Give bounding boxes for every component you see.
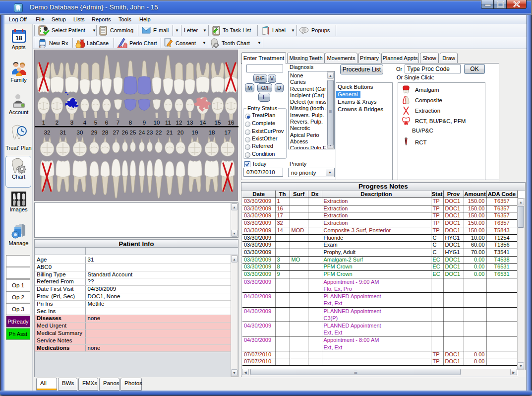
svg-text:3: 3 bbox=[70, 120, 73, 126]
svg-text:27: 27 bbox=[113, 130, 119, 135]
svg-text:8: 8 bbox=[129, 120, 132, 126]
svg-text:R: R bbox=[39, 45, 42, 48]
svg-text:23: 23 bbox=[147, 130, 153, 135]
svg-text:21: 21 bbox=[167, 130, 173, 135]
svg-text:18: 18 bbox=[15, 35, 22, 42]
svg-text:16: 16 bbox=[228, 120, 235, 126]
svg-text:25: 25 bbox=[130, 130, 136, 135]
svg-text:9: 9 bbox=[143, 120, 146, 126]
svg-text:30: 30 bbox=[77, 130, 83, 135]
svg-text:11: 11 bbox=[165, 120, 171, 126]
svg-text:7: 7 bbox=[117, 120, 119, 126]
svg-text:22: 22 bbox=[156, 130, 162, 135]
svg-text:6: 6 bbox=[105, 120, 108, 126]
svg-text:13: 13 bbox=[187, 120, 193, 126]
svg-text:18: 18 bbox=[209, 130, 215, 135]
svg-text:10: 10 bbox=[154, 120, 160, 126]
svg-text:15: 15 bbox=[215, 120, 221, 126]
svg-text:19: 19 bbox=[192, 130, 198, 135]
svg-text:20: 20 bbox=[177, 130, 184, 135]
svg-text:24: 24 bbox=[139, 130, 145, 135]
svg-text:5: 5 bbox=[94, 120, 97, 126]
svg-text:1: 1 bbox=[42, 120, 45, 126]
svg-text:17: 17 bbox=[225, 130, 231, 135]
svg-text:29: 29 bbox=[91, 130, 98, 135]
svg-text:26: 26 bbox=[122, 130, 128, 135]
svg-text:32: 32 bbox=[44, 130, 51, 135]
svg-text:2: 2 bbox=[56, 120, 59, 126]
svg-text:14: 14 bbox=[200, 120, 206, 126]
svg-text:28: 28 bbox=[102, 130, 109, 135]
svg-text:12: 12 bbox=[176, 120, 182, 126]
svg-text:4: 4 bbox=[83, 120, 87, 126]
svg-text:31: 31 bbox=[60, 130, 66, 135]
